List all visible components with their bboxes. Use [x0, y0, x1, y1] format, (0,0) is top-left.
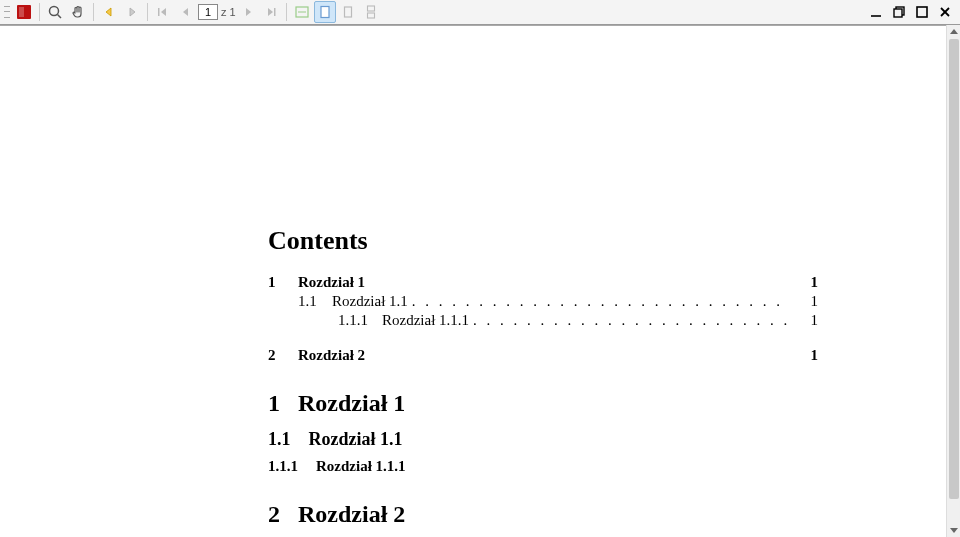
toc-leaders: . . . . . . . . . . . . . . . . . . . . … [473, 312, 788, 329]
svg-rect-14 [894, 9, 902, 17]
section-title: Rozdział 1.1.1 [316, 458, 406, 474]
toc-entry-number: 1.1 [298, 293, 332, 310]
toc-entry-title: Rozdział 1.1 [332, 293, 408, 310]
app-icon [13, 1, 35, 23]
section-title: Rozdział 2 [298, 501, 405, 527]
svg-rect-4 [158, 8, 160, 16]
hand-pan-icon[interactable] [67, 1, 89, 23]
section-title: Rozdział 1 [298, 390, 405, 416]
toc-entry-title: Rozdział 1 [298, 274, 365, 291]
svg-point-2 [50, 7, 59, 16]
toc-entry-number: 1 [268, 274, 298, 291]
section-number: 1.1 [268, 429, 291, 450]
search-icon[interactable] [44, 1, 66, 23]
page-separator-label: z [221, 6, 227, 18]
document-viewport: Contents 1 Rozdział 1 1 1.1 Rozdział 1.1… [0, 25, 960, 537]
prev-page-icon[interactable] [175, 1, 197, 23]
svg-rect-5 [274, 8, 276, 16]
restore-icon[interactable] [888, 1, 910, 23]
toc-entry: 1.1 Rozdział 1.1 . . . . . . . . . . . .… [298, 293, 818, 310]
section-heading: 2Rozdział 2 [268, 501, 878, 528]
toc-entry: 1 Rozdział 1 1 [268, 274, 818, 291]
section-number: 1 [268, 390, 280, 417]
toc-entry-number: 1.1.1 [338, 312, 382, 329]
toc-leaders: . . . . . . . . . . . . . . . . . . . . … [412, 293, 788, 310]
page-total-label: 1 [230, 6, 236, 18]
page-number-input[interactable] [198, 4, 218, 20]
toc-entry-page: 1 [798, 274, 818, 291]
last-page-icon[interactable] [260, 1, 282, 23]
toolbar-separator [39, 3, 40, 21]
nav-forward-icon[interactable] [121, 1, 143, 23]
svg-rect-8 [321, 7, 329, 18]
toolbar-separator [93, 3, 94, 21]
subsection-heading: 1.1Rozdział 1.1 [268, 429, 878, 450]
first-page-icon[interactable] [152, 1, 174, 23]
toc: 1 Rozdział 1 1 1.1 Rozdział 1.1 . . . . … [268, 274, 818, 364]
document-scroll-area[interactable]: Contents 1 Rozdział 1 1 1.1 Rozdział 1.1… [0, 25, 946, 537]
scroll-down-arrow-icon[interactable] [950, 528, 958, 533]
toolbar-separator [286, 3, 287, 21]
svg-rect-1 [19, 7, 24, 17]
toc-entry-page: 1 [798, 347, 818, 364]
document-page: Contents 1 Rozdział 1 1 1.1 Rozdział 1.1… [68, 26, 878, 528]
toc-title: Contents [268, 226, 878, 256]
toc-entry: 1.1.1 Rozdział 1.1.1 . . . . . . . . . .… [338, 312, 818, 329]
toc-entry-title: Rozdział 1.1.1 [382, 312, 469, 329]
subsubsection-heading: 1.1.1Rozdział 1.1.1 [268, 458, 878, 475]
svg-rect-10 [367, 6, 374, 11]
toolbar: z 1 [0, 0, 960, 25]
scroll-up-arrow-icon[interactable] [950, 29, 958, 34]
section-heading: 1Rozdział 1 [268, 390, 878, 417]
svg-line-3 [58, 15, 62, 19]
toc-entry-title: Rozdział 2 [298, 347, 365, 364]
section-number: 2 [268, 501, 280, 528]
section-number: 1.1.1 [268, 458, 298, 475]
scrollbar-thumb[interactable] [949, 39, 959, 499]
fit-width-icon[interactable] [291, 1, 313, 23]
svg-rect-11 [367, 13, 374, 18]
minimize-icon[interactable] [865, 1, 887, 23]
toc-entry-page: 1 [798, 293, 818, 310]
toc-entry-page: 1 [798, 312, 818, 329]
toc-entry-number: 2 [268, 347, 298, 364]
vertical-scrollbar[interactable] [946, 25, 960, 537]
section-title: Rozdział 1.1 [309, 429, 403, 449]
svg-rect-9 [344, 7, 351, 17]
toolbar-separator [147, 3, 148, 21]
svg-rect-15 [917, 7, 927, 17]
maximize-icon[interactable] [911, 1, 933, 23]
continuous-page-icon[interactable] [360, 1, 382, 23]
toolbar-grip [4, 4, 10, 20]
next-page-icon[interactable] [237, 1, 259, 23]
single-page-icon[interactable] [337, 1, 359, 23]
fit-page-icon[interactable] [314, 1, 336, 23]
close-icon[interactable] [934, 1, 956, 23]
toc-entry: 2 Rozdział 2 1 [268, 347, 818, 364]
nav-back-icon[interactable] [98, 1, 120, 23]
